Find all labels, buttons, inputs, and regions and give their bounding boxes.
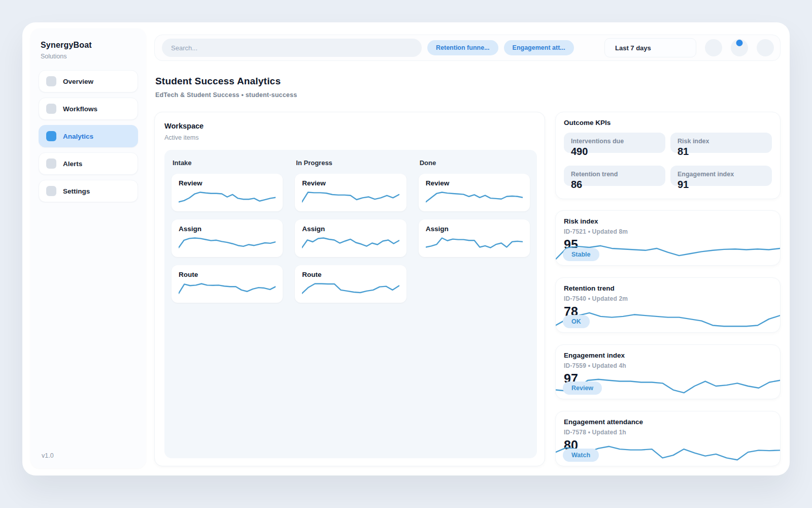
kanban-card-title: Route — [179, 271, 276, 278]
main-area: Retention funne... Engagement att... Las… — [146, 28, 781, 468]
metric-meta: ID-7578 • Updated 1h — [564, 429, 772, 436]
kanban-column-intake: Intake Review Assign Route — [172, 158, 283, 450]
workspace-subtitle: Active items — [164, 134, 537, 141]
metric-meta: ID-7559 • Updated 4h — [564, 362, 772, 369]
status-badge: Watch — [563, 449, 599, 462]
sparkline-chart — [302, 282, 399, 295]
kanban-card[interactable]: Review — [419, 174, 530, 211]
notifications-button[interactable] — [731, 39, 748, 56]
kpi-card-title: Outcome KPIs — [564, 119, 772, 126]
kpi-tile-interventions-due: Interventions due 490 — [564, 133, 665, 157]
sidebar-item-label: Alerts — [63, 160, 82, 168]
sidebar: SynergyBoat Solutions Overview Workflows… — [30, 28, 146, 468]
kpi-value: 490 — [571, 146, 665, 157]
sparkline-chart — [179, 282, 276, 295]
topbar-button-2[interactable] — [757, 39, 774, 56]
page-title: Student Success Analytics — [155, 76, 781, 87]
brand-tagline: Solutions — [39, 53, 138, 60]
kanban-card-title: Review — [426, 179, 523, 187]
workspace-title: Workspace — [164, 122, 537, 130]
sparkline-chart — [179, 190, 276, 204]
kpi-label: Risk index — [678, 138, 765, 145]
sparkline-chart — [302, 190, 399, 204]
kanban-column-done: Done Review Assign — [419, 158, 530, 450]
workspace-card: Workspace Active items Intake Review Ass… — [154, 112, 545, 466]
metric-card-retention-trend[interactable]: Retention trend ID-7540 • Updated 2m 78 … — [555, 277, 781, 333]
sidebar-item-label: Workflows — [63, 105, 97, 113]
sparkline-chart — [426, 236, 523, 249]
sidebar-item-overview[interactable]: Overview — [39, 70, 138, 92]
sidebar-item-label: Settings — [63, 187, 90, 195]
kanban-card-title: Review — [179, 179, 276, 187]
kpi-tile-retention-trend: Retention trend 86 — [564, 166, 665, 190]
content-row: Workspace Active items Intake Review Ass… — [154, 112, 781, 466]
app-window: SynergyBoat Solutions Overview Workflows… — [22, 22, 790, 475]
overview-icon — [46, 76, 56, 86]
kpi-label: Retention trend — [571, 171, 658, 178]
kanban-card[interactable]: Assign — [172, 219, 283, 257]
kanban-card-title: Assign — [302, 225, 399, 233]
kanban-board: Intake Review Assign Route — [164, 150, 537, 458]
sparkline-chart — [179, 236, 276, 249]
metric-card-engagement-attendance[interactable]: Engagement attendance ID-7578 • Updated … — [555, 411, 781, 466]
workflows-icon — [46, 104, 56, 114]
metric-meta: ID-7521 • Updated 8m — [564, 228, 772, 235]
analytics-icon — [46, 131, 56, 141]
date-range-select[interactable]: Last 7 days — [604, 38, 696, 57]
kpi-value: 91 — [678, 179, 772, 190]
brand-name: SynergyBoat — [39, 41, 138, 50]
sparkline-chart — [302, 236, 399, 249]
status-badge: Review — [563, 382, 602, 395]
outcome-kpis-card: Outcome KPIs Interventions due 490 Risk … — [555, 112, 781, 199]
sidebar-nav: Overview Workflows Analytics Alerts Sett… — [39, 70, 138, 202]
topbar-button-1[interactable] — [705, 39, 722, 56]
column-title: In Progress — [296, 159, 406, 167]
kanban-card[interactable]: Assign — [295, 219, 406, 257]
breadcrumb: EdTech & Student Success • student-succe… — [155, 91, 781, 99]
sparkline-chart — [426, 190, 523, 204]
alerts-icon — [46, 158, 56, 169]
metric-card-engagement-index[interactable]: Engagement index ID-7559 • Updated 4h 97… — [555, 344, 781, 400]
metric-title: Risk index — [564, 217, 772, 225]
sidebar-item-label: Analytics — [63, 133, 93, 140]
page-header: Student Success Analytics EdTech & Stude… — [155, 76, 781, 99]
kpi-rail: Outcome KPIs Interventions due 490 Risk … — [555, 112, 781, 466]
metric-title: Engagement attendance — [564, 418, 772, 426]
kanban-card[interactable]: Review — [295, 174, 406, 211]
metric-title: Engagement index — [564, 352, 772, 359]
sidebar-item-alerts[interactable]: Alerts — [39, 152, 138, 175]
notification-dot — [736, 40, 743, 46]
kpi-value: 86 — [571, 179, 665, 190]
kanban-card[interactable]: Route — [295, 265, 406, 303]
kanban-card[interactable]: Route — [172, 265, 283, 303]
kpi-value: 81 — [678, 146, 772, 157]
kanban-card[interactable]: Review — [172, 174, 283, 211]
kpi-label: Interventions due — [571, 138, 658, 145]
search-input[interactable] — [162, 39, 422, 57]
kanban-card-title: Assign — [179, 225, 276, 233]
app-version: v1.0 — [39, 452, 138, 459]
kpi-tile-engagement-index: Engagement index 91 — [670, 166, 772, 190]
sidebar-item-analytics[interactable]: Analytics — [39, 125, 138, 147]
kpi-tile-risk-index: Risk index 81 — [670, 133, 772, 157]
kanban-card-title: Route — [302, 271, 399, 278]
filter-chip-engagement-attendance[interactable]: Engagement att... — [504, 40, 574, 55]
filter-chip-retention-funnel[interactable]: Retention funne... — [427, 40, 498, 55]
sidebar-item-workflows[interactable]: Workflows — [39, 98, 138, 120]
settings-icon — [46, 186, 56, 196]
metric-title: Retention trend — [564, 284, 772, 292]
sidebar-item-label: Overview — [63, 78, 93, 85]
status-badge: OK — [563, 315, 590, 328]
kpi-label: Engagement index — [678, 171, 765, 178]
metric-card-risk-index[interactable]: Risk index ID-7521 • Updated 8m 95 Stabl… — [555, 210, 781, 266]
kanban-card-title: Assign — [426, 225, 523, 233]
column-title: Done — [420, 159, 530, 167]
metric-meta: ID-7540 • Updated 2m — [564, 295, 772, 302]
topbar: Retention funne... Engagement att... Las… — [154, 35, 781, 61]
kanban-card[interactable]: Assign — [419, 219, 530, 257]
column-title: Intake — [173, 159, 283, 167]
sidebar-item-settings[interactable]: Settings — [39, 180, 138, 202]
status-badge: Stable — [563, 248, 599, 261]
kanban-column-in-progress: In Progress Review Assign Rout — [295, 158, 406, 450]
kanban-card-title: Review — [302, 179, 399, 187]
